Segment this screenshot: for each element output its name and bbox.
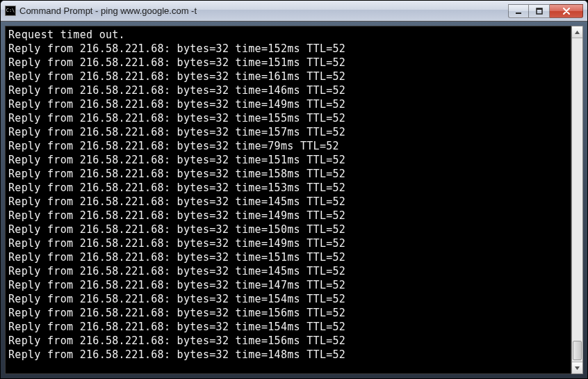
console-line-reply: Reply from 216.58.221.68: bytes=32 time=… [8,42,568,56]
console-line-reply: Reply from 216.58.221.68: bytes=32 time=… [8,278,568,292]
console-line-reply: Reply from 216.58.221.68: bytes=32 time=… [8,195,568,209]
vertical-scrollbar[interactable] [571,26,583,374]
console-line-reply: Reply from 216.58.221.68: bytes=32 time=… [8,125,568,139]
console-line-reply: Reply from 216.58.221.68: bytes=32 time=… [8,306,568,320]
close-button[interactable] [550,4,583,18]
console-line-reply: Reply from 216.58.221.68: bytes=32 time=… [8,167,568,181]
scroll-up-button[interactable] [572,26,582,38]
minimize-button[interactable] [508,4,529,18]
titlebar[interactable]: C:\ Command Prompt - ping www.google.com… [1,1,587,22]
console-line-reply: Reply from 216.58.221.68: bytes=32 time=… [8,153,568,167]
console-line-timeout: Request timed out. [8,28,568,42]
scroll-track[interactable] [572,38,582,362]
console-line-reply: Reply from 216.58.221.68: bytes=32 time=… [8,70,568,83]
console-line-reply: Reply from 216.58.221.68: bytes=32 time=… [8,320,568,334]
console-line-reply: Reply from 216.58.221.68: bytes=32 time=… [8,181,568,195]
console-line-reply: Reply from 216.58.221.68: bytes=32 time=… [8,83,568,97]
maximize-button[interactable] [529,4,550,18]
console-line-reply: Reply from 216.58.221.68: bytes=32 time=… [8,56,568,70]
console-line-reply: Reply from 216.58.221.68: bytes=32 time=… [8,348,568,362]
console-line-reply: Reply from 216.58.221.68: bytes=32 time=… [8,111,568,125]
scroll-thumb[interactable] [573,341,582,360]
console-output[interactable]: Request timed out.Reply from 216.58.221.… [5,26,571,374]
command-prompt-window: C:\ Command Prompt - ping www.google.com… [0,0,588,379]
console-line-reply: Reply from 216.58.221.68: bytes=32 time=… [8,250,568,264]
console-line-reply: Reply from 216.58.221.68: bytes=32 time=… [8,264,568,278]
console-line-reply: Reply from 216.58.221.68: bytes=32 time=… [8,223,568,236]
cmd-icon: C:\ [5,6,16,16]
client-area: Request timed out.Reply from 216.58.221.… [1,22,587,378]
svg-rect-0 [516,13,521,14]
svg-rect-2 [537,8,542,10]
console-line-reply: Reply from 216.58.221.68: bytes=32 time=… [8,334,568,348]
window-title: Command Prompt - ping www.google.com -t [19,6,508,16]
window-controls [508,4,583,18]
console-line-reply: Reply from 216.58.221.68: bytes=32 time=… [8,236,568,250]
scroll-down-button[interactable] [572,362,582,373]
console-line-reply: Reply from 216.58.221.68: bytes=32 time=… [8,97,568,111]
console-line-reply: Reply from 216.58.221.68: bytes=32 time=… [8,292,568,306]
console-line-reply: Reply from 216.58.221.68: bytes=32 time=… [8,139,568,153]
console-line-reply: Reply from 216.58.221.68: bytes=32 time=… [8,209,568,223]
